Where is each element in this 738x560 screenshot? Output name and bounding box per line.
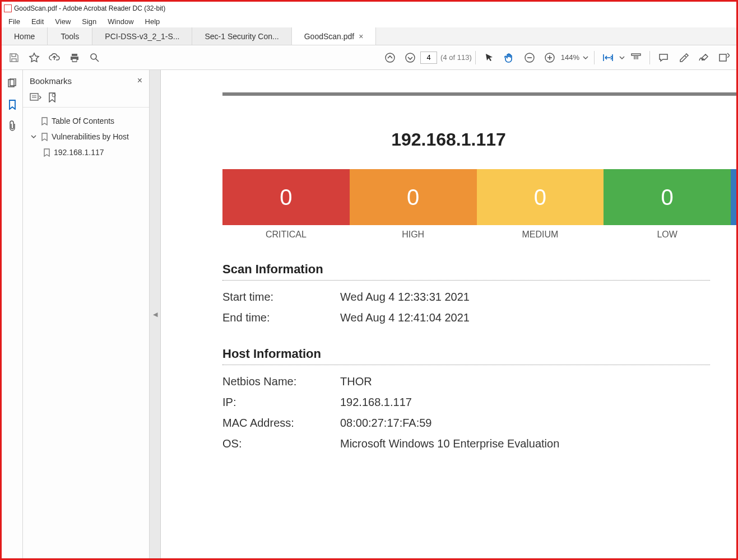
mac-label: MAC Address: <box>222 417 340 430</box>
svg-line-3 <box>96 59 99 62</box>
window-titlebar: GoodScan.pdf - Adobe Acrobat Reader DC (… <box>2 2 736 15</box>
severity-low-cell: 0 <box>604 169 731 225</box>
thumbnails-icon[interactable] <box>6 77 19 90</box>
severity-medium-label: MEDIUM <box>477 230 604 240</box>
zoom-level-label: 144% <box>561 53 579 62</box>
document-tabs: Home Tools PCI-DSS-v3_2_1-S... Sec-1 Sec… <box>2 27 736 45</box>
save-icon[interactable] <box>4 48 24 68</box>
magnify-icon[interactable] <box>85 48 105 68</box>
severity-high-count: 0 <box>407 185 419 210</box>
bookmarks-panel: Bookmarks × Table Of Contents Vulnerabil… <box>23 70 150 558</box>
severity-low-count: 0 <box>661 185 674 210</box>
toolbar-separator-3 <box>649 51 650 64</box>
app-icon <box>4 4 12 12</box>
mac-row: MAC Address: 08:00:27:17:FA:59 <box>222 417 710 430</box>
page-down-icon[interactable] <box>400 48 420 68</box>
ip-label: IP: <box>222 396 340 409</box>
severity-critical-cell: 0 <box>222 169 350 225</box>
main-toolbar: (4 of 113) 144% <box>2 45 736 70</box>
severity-bar: 0 0 0 0 <box>222 169 736 225</box>
ip-value: 192.168.1.117 <box>340 396 412 409</box>
tab-home[interactable]: Home <box>2 27 48 45</box>
bookmark-label: 192.168.1.117 <box>54 148 104 157</box>
zoom-in-icon[interactable] <box>540 48 560 68</box>
bookmark-glyph-icon <box>41 133 48 141</box>
tab-tools[interactable]: Tools <box>48 27 92 45</box>
bookmark-glyph-icon <box>43 148 50 157</box>
fit-dropdown-icon[interactable] <box>618 48 626 68</box>
bookmark-glyph-icon <box>41 117 48 125</box>
window-title: GoodScan.pdf - Adobe Acrobat Reader DC (… <box>14 4 165 12</box>
bookmarks-close-icon[interactable]: × <box>137 76 142 86</box>
severity-critical-label: CRITICAL <box>222 230 350 240</box>
comment-icon[interactable] <box>653 48 674 68</box>
chevron-down-icon[interactable] <box>30 134 38 139</box>
menu-sign[interactable]: Sign <box>76 16 102 27</box>
os-row: OS: Microsoft Windows 10 Enterprise Eval… <box>222 437 710 450</box>
zoom-dropdown-icon[interactable] <box>581 48 591 68</box>
highlight-icon[interactable] <box>674 48 694 68</box>
netbios-row: Netbios Name: THOR <box>222 375 710 388</box>
svg-point-5 <box>406 53 415 62</box>
svg-rect-11 <box>632 54 640 55</box>
find-bookmark-icon[interactable] <box>48 92 57 102</box>
bookmarks-icon[interactable] <box>6 98 19 111</box>
panel-collapse-gutter[interactable]: ◀ <box>150 70 161 558</box>
svg-rect-15 <box>30 94 38 100</box>
menu-bar: File Edit View Sign Window Help <box>2 15 736 27</box>
scan-start-label: Start time: <box>222 291 340 304</box>
scan-end-value: Wed Aug 4 12:41:04 2021 <box>340 311 470 324</box>
tab-close-icon[interactable]: × <box>359 32 363 41</box>
hand-tool-icon[interactable] <box>499 48 519 68</box>
page-total-label: (4 of 113) <box>440 53 472 62</box>
print-icon[interactable] <box>64 48 85 68</box>
select-tool-icon[interactable] <box>479 48 499 68</box>
cloud-upload-icon[interactable] <box>44 48 64 68</box>
menu-help[interactable]: Help <box>140 16 166 27</box>
tab-document-3[interactable]: GoodScan.pdf × <box>292 27 377 45</box>
page-up-icon[interactable] <box>380 48 400 68</box>
netbios-label: Netbios Name: <box>222 375 340 388</box>
menu-view[interactable]: View <box>49 16 76 27</box>
severity-medium-count: 0 <box>534 185 546 210</box>
menu-file[interactable]: File <box>3 16 26 27</box>
tab-document-1[interactable]: PCI-DSS-v3_2_1-S... <box>92 27 192 45</box>
severity-labels: CRITICAL HIGH MEDIUM LOW <box>222 230 736 240</box>
severity-high-cell: 0 <box>350 169 477 225</box>
tab-document-2[interactable]: Sec-1 Security Con... <box>192 27 291 45</box>
bookmark-item-vuln[interactable]: Vulnerabilities by Host <box>27 129 147 144</box>
document-viewport[interactable]: 192.168.1.117 0 0 0 0 CRITICAL HIGH MEDI… <box>161 70 736 558</box>
os-label: OS: <box>222 437 340 450</box>
attachments-icon[interactable] <box>6 119 19 133</box>
bookmark-item-toc[interactable]: Table Of Contents <box>27 113 147 129</box>
fit-width-icon[interactable] <box>598 48 618 68</box>
bookmarks-options-icon[interactable] <box>30 93 42 102</box>
ip-row: IP: 192.168.1.117 <box>222 396 710 409</box>
bookmark-item-host[interactable]: 192.168.1.117 <box>27 144 147 160</box>
host-info-heading: Host Information <box>222 347 710 365</box>
scan-info-heading: Scan Information <box>222 262 710 281</box>
bookmarks-title: Bookmarks <box>30 76 72 86</box>
zoom-out-icon[interactable] <box>519 48 540 68</box>
scan-start-value: Wed Aug 4 12:33:31 2021 <box>340 291 470 304</box>
bookmark-label: Vulnerabilities by Host <box>52 132 129 141</box>
svg-rect-1 <box>72 59 77 62</box>
severity-low-label: LOW <box>604 230 731 240</box>
os-value: Microsoft Windows 10 Enterprise Evaluati… <box>340 437 559 450</box>
star-icon[interactable] <box>24 48 44 68</box>
page-number-input[interactable] <box>420 52 437 64</box>
chevron-left-icon: ◀ <box>153 311 157 318</box>
tab-tools-label: Tools <box>61 32 80 41</box>
toolbar-separator <box>475 51 476 64</box>
severity-high-label: HIGH <box>350 230 477 240</box>
read-mode-icon[interactable] <box>626 48 646 68</box>
pdf-page: 192.168.1.117 0 0 0 0 CRITICAL HIGH MEDI… <box>161 70 736 558</box>
more-tools-icon[interactable] <box>714 48 734 68</box>
menu-edit[interactable]: Edit <box>26 16 49 27</box>
scan-end-row: End time: Wed Aug 4 12:41:04 2021 <box>222 311 710 324</box>
page-divider <box>222 92 736 96</box>
svg-point-2 <box>91 54 96 59</box>
tab-document-2-label: Sec-1 Security Con... <box>205 32 279 41</box>
sign-icon[interactable] <box>694 48 714 68</box>
menu-window[interactable]: Window <box>102 16 139 27</box>
